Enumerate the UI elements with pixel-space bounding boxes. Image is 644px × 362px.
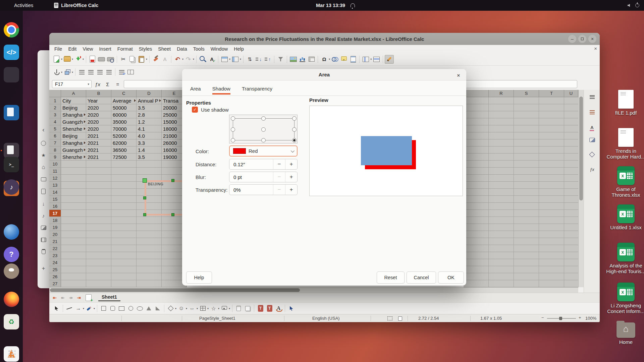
distance-decrease-button[interactable]: − [273, 159, 285, 169]
row-header[interactable]: 17 [49, 210, 61, 217]
row-header[interactable]: 19 [49, 224, 61, 231]
column-header[interactable]: A [61, 90, 86, 97]
first-sheet-icon[interactable]: ⇤ [51, 295, 58, 300]
dropdown-arrow-icon[interactable]: ▾ [72, 71, 73, 74]
vtextbox-icon[interactable] [265, 304, 274, 313]
shadow-color-dropdown[interactable]: Red [229, 145, 298, 157]
row-header[interactable]: 21 [49, 238, 61, 245]
menu-item[interactable]: Styles [136, 46, 155, 52]
name-box[interactable]: F17 ▾ [52, 80, 92, 88]
previous-sheet-icon[interactable]: ↞ [59, 295, 66, 300]
fontwork-icon[interactable] [274, 304, 283, 313]
cell[interactable]: 2020 [86, 118, 111, 125]
ok-button[interactable]: OK [438, 272, 464, 284]
cell[interactable] [61, 175, 86, 182]
cell[interactable]: 50000 [111, 104, 137, 111]
cell[interactable] [137, 245, 162, 252]
wrap-text-icon[interactable] [117, 68, 126, 76]
cell[interactable]: Average [111, 97, 137, 104]
dropdown-arrow-icon[interactable]: ▾ [229, 307, 230, 310]
row-header[interactable]: 7 [49, 139, 61, 146]
anchor-icon[interactable] [52, 68, 61, 76]
dialog-close-icon[interactable]: × [455, 71, 462, 79]
cell[interactable] [61, 168, 86, 175]
shadow-position-selector[interactable] [229, 115, 298, 143]
cell[interactable] [61, 252, 86, 259]
insert-image-icon[interactable] [289, 55, 298, 64]
copy-icon[interactable] [128, 55, 137, 64]
dropdown-arrow-icon[interactable]: ▾ [370, 58, 372, 61]
cell[interactable] [137, 273, 162, 280]
blur-decrease-button[interactable]: − [273, 172, 285, 182]
doc-modified-icon[interactable] [398, 316, 402, 321]
freeze-icon[interactable] [361, 55, 370, 64]
menu-item[interactable]: Data [174, 46, 190, 52]
close-document-icon[interactable]: × [594, 46, 597, 51]
dock-music-icon[interactable]: ♪ [4, 179, 19, 195]
zoom-slider[interactable] [547, 318, 576, 319]
cell[interactable] [86, 273, 111, 280]
cell[interactable] [111, 210, 137, 217]
cell[interactable] [86, 231, 111, 238]
cell[interactable] [137, 252, 162, 259]
undo-icon[interactable] [173, 55, 182, 64]
cell[interactable] [137, 280, 162, 287]
dropdown-arrow-icon[interactable]: ▾ [61, 71, 62, 74]
transparency-increase-button[interactable]: + [285, 185, 297, 195]
cell[interactable] [61, 161, 86, 168]
dialog-tab[interactable]: Shadow [212, 83, 230, 95]
dropdown-arrow-icon[interactable]: ▾ [83, 58, 84, 61]
maximize-button[interactable] [578, 35, 586, 43]
desktop-icon[interactable]: Analysis of the High-end Touris... [606, 243, 644, 275]
cell[interactable] [61, 217, 86, 224]
zoom-in-icon[interactable]: + [579, 315, 581, 320]
clock-menu[interactable]: Mar 13 13:39 [316, 3, 355, 8]
dropdown-arrow-icon[interactable]: ▾ [193, 58, 194, 61]
help-button[interactable]: Help [186, 272, 212, 284]
sidebar-styles-icon[interactable] [587, 122, 597, 132]
dock-firefox-icon[interactable] [4, 292, 19, 307]
row-header[interactable]: 18 [49, 217, 61, 224]
cell[interactable] [86, 224, 111, 231]
minimize-button[interactable]: – [568, 35, 576, 43]
row-header[interactable]: 22 [49, 245, 61, 252]
menu-item[interactable]: Sheet [155, 46, 174, 52]
row-header[interactable]: 25 [49, 266, 61, 273]
dropdown-arrow-icon[interactable]: ▾ [229, 58, 230, 61]
fs-star-icon[interactable] [38, 150, 49, 160]
cell[interactable]: 4.0 [137, 132, 162, 139]
cell[interactable]: 52000 [111, 132, 137, 139]
arrow-icon[interactable] [74, 304, 83, 313]
cell[interactable] [137, 161, 162, 168]
cell[interactable] [111, 182, 137, 189]
cell[interactable] [111, 175, 137, 182]
dialog-tab[interactable]: Area [190, 83, 201, 92]
cell[interactable] [61, 280, 86, 287]
dropdown-arrow-icon[interactable]: ▾ [83, 307, 84, 310]
fs-plus-icon[interactable] [38, 263, 49, 274]
distance-input[interactable]: 0.12″ − + [229, 159, 298, 170]
horizontal-scrollbar[interactable] [49, 287, 578, 293]
fs-trash-icon[interactable] [38, 247, 49, 257]
column-header[interactable]: D [137, 90, 162, 97]
shape-smiley-icon[interactable] [177, 304, 186, 313]
shadow-pos-top-left[interactable] [231, 116, 235, 121]
cell[interactable] [137, 238, 162, 245]
column-header[interactable]: S [514, 90, 539, 97]
note2-icon[interactable] [243, 304, 252, 313]
column-header[interactable] [464, 90, 489, 97]
row-header[interactable]: 3 [49, 111, 61, 118]
cell[interactable] [61, 182, 86, 189]
cell[interactable] [86, 182, 111, 189]
sidebar-properties-icon[interactable] [587, 107, 597, 117]
split-icon[interactable] [372, 55, 381, 64]
language-label[interactable]: English (USA) [312, 316, 340, 321]
dock-dark-app-icon[interactable] [4, 67, 19, 82]
cell[interactable]: 1.2 [137, 118, 162, 125]
sum-icon[interactable]: Σ [104, 81, 112, 87]
cell[interactable]: Shenzhe [61, 125, 86, 132]
cell[interactable] [86, 238, 111, 245]
shape-table-icon[interactable] [198, 304, 207, 313]
hyperlink-icon[interactable] [330, 55, 339, 64]
menu-item[interactable]: Window [208, 46, 231, 52]
